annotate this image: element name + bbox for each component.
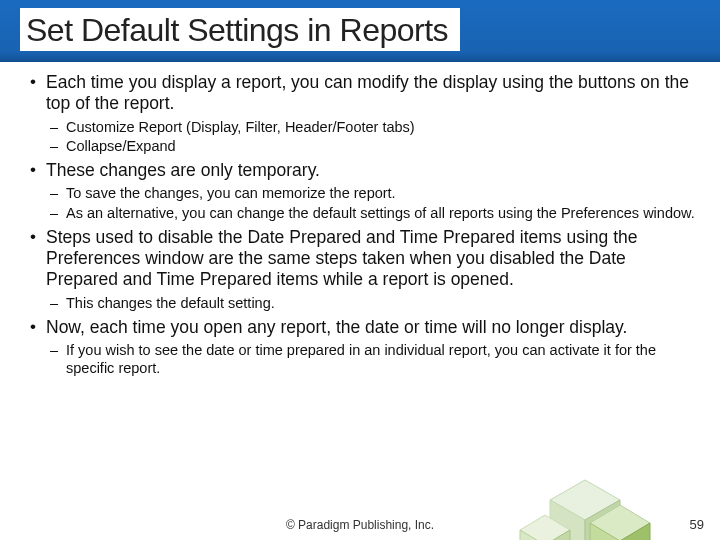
sub-item: Collapse/Expand [46,138,696,156]
slide-title: Set Default Settings in Reports [20,8,460,51]
sub-item: If you wish to see the date or time prep… [46,342,696,377]
bullet-list: Each time you display a report, you can … [24,72,696,377]
sub-list: To save the changes, you can memorize th… [46,185,696,222]
bullet-text: Each time you display a report, you can … [46,72,689,113]
bullet-text: These changes are only temporary. [46,160,320,180]
sub-item: As an alternative, you can change the de… [46,205,696,223]
bullet-item: Now, each time you open any report, the … [24,317,696,378]
sub-list: Customize Report (Display, Filter, Heade… [46,119,696,156]
svg-marker-0 [550,480,620,520]
bullet-item: Steps used to disable the Date Prepared … [24,227,696,313]
copyright: © Paradigm Publishing, Inc. [0,518,720,532]
sub-item: Customize Report (Display, Filter, Heade… [46,119,696,137]
bullet-text: Steps used to disable the Date Prepared … [46,227,637,290]
page-number: 59 [690,517,704,532]
bullet-item: These changes are only temporary. To sav… [24,160,696,223]
sub-item: This changes the default setting. [46,295,696,313]
content-area: Each time you display a report, you can … [0,62,720,377]
bullet-text: Now, each time you open any report, the … [46,317,627,337]
sub-list: If you wish to see the date or time prep… [46,342,696,377]
title-bar: Set Default Settings in Reports [0,0,720,62]
sub-list: This changes the default setting. [46,295,696,313]
bullet-item: Each time you display a report, you can … [24,72,696,156]
sub-item: To save the changes, you can memorize th… [46,185,696,203]
